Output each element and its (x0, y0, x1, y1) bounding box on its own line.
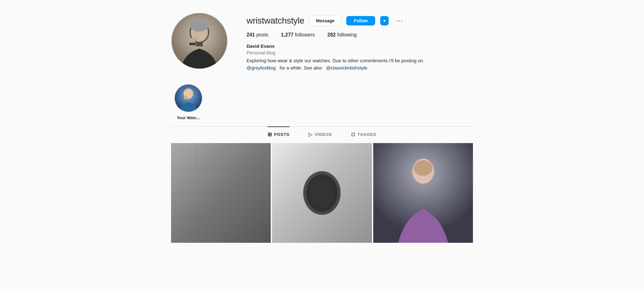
video-icon (308, 131, 313, 137)
bio-text: Exploring how wear & style our watches. … (247, 57, 435, 71)
profile-top-row: wristwatchstyle Message Follow ··· (247, 16, 473, 26)
bio-category: Personal blog (247, 50, 473, 55)
profile-info: wristwatchstyle Message Follow ··· 241 p… (247, 13, 473, 71)
profile-container: wristwatchstyle Message Follow ··· 241 p… (165, 0, 479, 243)
highlights-section: Your Watc... (171, 84, 473, 120)
chevron-down-icon (383, 18, 386, 23)
avatar-image (172, 13, 227, 69)
svg-rect-8 (191, 43, 195, 45)
photo-grid-cell-2[interactable] (272, 143, 372, 243)
svg-rect-13 (184, 99, 187, 100)
highlight-label: Your Watc... (177, 115, 200, 120)
posts-stat[interactable]: 241 posts (247, 32, 268, 38)
tab-videos[interactable]: VIDEOS (308, 126, 332, 142)
photo-grid-cell-1[interactable] (171, 143, 271, 243)
tab-posts-label: POSTS (274, 132, 290, 137)
photo-grid (171, 143, 473, 243)
tag-icon (351, 131, 355, 137)
tabs-section: POSTS VIDEOS TAGGED (171, 126, 473, 142)
tab-posts[interactable]: POSTS (268, 126, 290, 142)
tab-videos-label: VIDEOS (315, 132, 332, 137)
highlight-item[interactable]: Your Watc... (174, 84, 203, 120)
bio-text-between-links: for a while. See also (280, 65, 322, 70)
highlight-circle (174, 84, 203, 112)
bio-text-before-link1: Exploring how wear & style our watches. … (247, 58, 423, 63)
following-count: 282 (327, 32, 336, 37)
followers-count: 1,277 (281, 32, 293, 37)
profile-avatar[interactable] (171, 13, 228, 69)
following-stat[interactable]: 282 following (327, 32, 357, 38)
stats-row: 241 posts 1,277 followers 282 following (247, 32, 473, 38)
posts-count: 241 (247, 32, 255, 37)
followers-label: followers (295, 32, 315, 37)
follow-chevron-button[interactable] (380, 16, 389, 25)
highlight-avatar-image (175, 85, 202, 112)
following-label: following (337, 32, 357, 37)
follow-button[interactable]: Follow (346, 16, 375, 25)
bio-link-classicbritishstyle[interactable]: @classicbritishstyle (326, 65, 367, 70)
profile-header: wristwatchstyle Message Follow ··· 241 p… (171, 13, 473, 71)
message-button[interactable]: Message (309, 16, 341, 26)
svg-point-30 (414, 160, 433, 176)
tab-tagged[interactable]: TAGGED (351, 126, 377, 142)
tab-tagged-label: TAGGED (358, 132, 377, 137)
svg-point-26 (309, 178, 334, 208)
tabs-row: POSTS VIDEOS TAGGED (171, 127, 473, 142)
ellipsis-icon: ··· (396, 17, 403, 25)
more-options-button[interactable]: ··· (394, 16, 405, 26)
followers-stat[interactable]: 1,277 followers (281, 32, 315, 38)
photo-grid-cell-3[interactable] (373, 143, 473, 243)
bio-name: David Evans (247, 43, 473, 49)
svg-point-5 (190, 19, 209, 32)
grid-icon (268, 131, 272, 137)
bio-link-greyfoxblog[interactable]: @greyfoxblog (247, 65, 276, 70)
username: wristwatchstyle (247, 16, 304, 26)
posts-label: posts (256, 32, 268, 37)
